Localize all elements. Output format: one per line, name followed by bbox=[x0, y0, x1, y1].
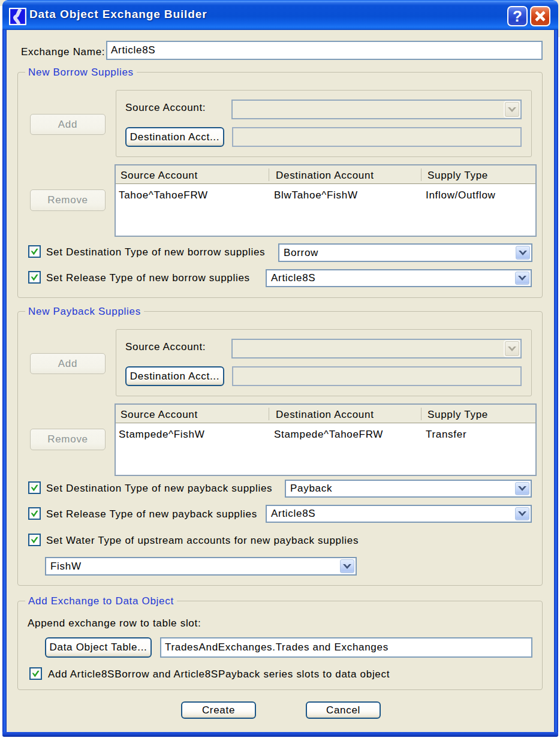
svg-text:?: ? bbox=[513, 7, 522, 25]
